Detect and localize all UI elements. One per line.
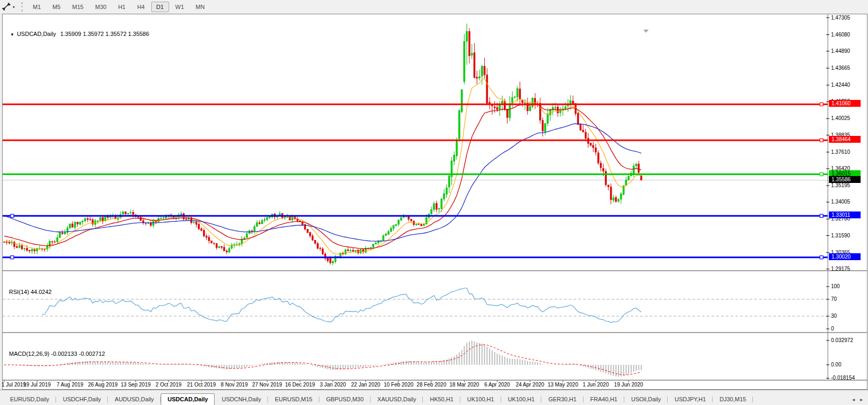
macd-panel — [4, 340, 641, 376]
mt4-application: ▾ M1M5M15M30H1H4D1W1MN ▼USDCAD,Daily1.35… — [0, 0, 868, 405]
collapse-triangle-icon[interactable]: ▼ — [10, 32, 14, 37]
rsi-panel — [3, 288, 828, 323]
macd-label: MACD(12,26,9) -0.002133 -0.002712 — [9, 351, 105, 357]
chart-title-ohlc: 1.35909 1.35972 1.35572 1.35586 — [60, 31, 149, 37]
macd-signal-line — [4, 345, 641, 375]
tab-usdcad-daily[interactable]: USDCAD,Daily — [161, 393, 215, 405]
panel-borders — [3, 14, 867, 382]
chart-plot — [0, 0, 868, 405]
chart-title: ▼USDCAD,Daily1.35909 1.35972 1.35572 1.3… — [10, 31, 149, 37]
candlestick-series — [4, 24, 642, 265]
chart-shift-marker[interactable] — [643, 30, 649, 33]
chart-title-symbol: USDCAD,Daily — [17, 31, 56, 37]
ma-line-slow — [4, 124, 641, 241]
horizontal-lines — [3, 103, 828, 259]
rsi-label: RSI(14) 44.0242 — [9, 289, 52, 295]
rsi-line — [42, 288, 641, 323]
